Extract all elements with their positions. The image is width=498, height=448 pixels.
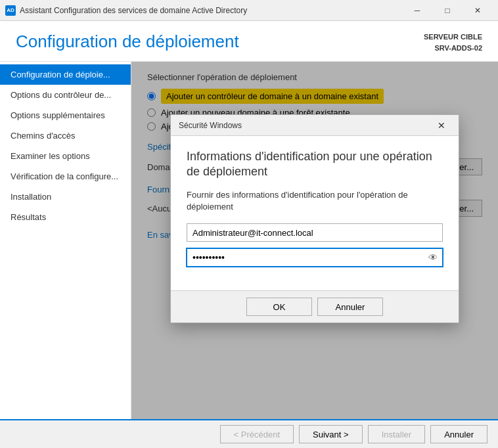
sidebar: Configuration de déploie... Options du c… xyxy=(0,62,131,419)
window-controls: ─ □ ✕ xyxy=(402,0,493,21)
sidebar-item-review-options[interactable]: Examiner les options xyxy=(0,146,131,166)
modal-title: Sécurité Windows xyxy=(179,121,242,130)
minimize-button[interactable]: ─ xyxy=(402,0,432,21)
modal-heading: Informations d'identification pour une o… xyxy=(187,149,443,180)
modal-description: Fournir des informations d'identificatio… xyxy=(187,189,443,213)
sidebar-item-deployment[interactable]: Configuration de déploie... xyxy=(0,64,131,85)
sidebar-item-results[interactable]: Résultats xyxy=(0,207,131,227)
sidebar-item-additional-options[interactable]: Options supplémentaires xyxy=(0,105,131,125)
username-input[interactable] xyxy=(187,223,443,242)
show-password-icon[interactable]: 👁 xyxy=(428,252,438,263)
sidebar-item-controller-options[interactable]: Options du contrôleur de... xyxy=(0,85,131,105)
modal-close-button[interactable]: ✕ xyxy=(432,116,451,135)
page-title: Configuration de déploiement xyxy=(16,32,239,52)
header: Configuration de déploiement SERVEUR CIB… xyxy=(0,21,498,62)
sidebar-item-verification[interactable]: Vérification de la configure... xyxy=(0,166,131,187)
app-icon: AD xyxy=(5,5,16,16)
password-input[interactable] xyxy=(187,248,443,267)
server-label: SERVEUR CIBLE xyxy=(424,32,482,43)
cancel-button[interactable]: Annuler xyxy=(430,425,487,443)
security-dialog: Sécurité Windows ✕ Informations d'identi… xyxy=(170,114,459,323)
main-window: Configuration de déploiement SERVEUR CIB… xyxy=(0,21,498,448)
maximize-button[interactable]: □ xyxy=(432,0,463,21)
bottom-bar: < Précédent Suivant > Installer Annuler xyxy=(0,419,498,448)
modal-body: Informations d'identification pour une o… xyxy=(171,136,459,290)
install-button[interactable]: Installer xyxy=(368,425,426,443)
modal-ok-button[interactable]: OK xyxy=(246,298,312,316)
modal-footer: OK Annuler xyxy=(171,290,459,323)
next-button[interactable]: Suivant > xyxy=(299,425,363,443)
modal-overlay: Sécurité Windows ✕ Informations d'identi… xyxy=(131,62,498,419)
title-bar: AD Assistant Configuration des services … xyxy=(0,0,498,21)
title-bar-text: Assistant Configuration des services de … xyxy=(20,6,402,15)
prev-button[interactable]: < Précédent xyxy=(220,425,294,443)
close-button[interactable]: ✕ xyxy=(463,0,493,21)
server-name: SRV-ADDS-02 xyxy=(424,43,482,54)
password-row: 👁 xyxy=(187,248,443,267)
main-content: Sélectionner l'opération de déploiement … xyxy=(131,62,498,419)
modal-titlebar: Sécurité Windows ✕ xyxy=(171,115,459,136)
content-area: Configuration de déploie... Options du c… xyxy=(0,62,498,419)
sidebar-item-installation[interactable]: Installation xyxy=(0,187,131,207)
modal-cancel-button[interactable]: Annuler xyxy=(317,298,383,316)
sidebar-item-paths[interactable]: Chemins d'accès xyxy=(0,125,131,146)
server-info: SERVEUR CIBLE SRV-ADDS-02 xyxy=(424,32,482,53)
